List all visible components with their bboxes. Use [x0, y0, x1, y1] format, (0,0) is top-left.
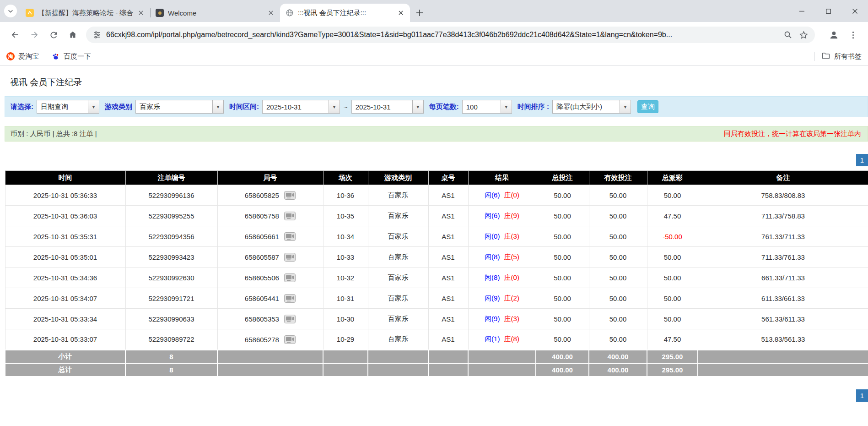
zoom-icon[interactable]: [783, 30, 793, 39]
result-cell: 闲(8) 庄(0): [468, 268, 536, 288]
back-button[interactable]: [5, 25, 25, 44]
baidu-paw-icon: [52, 52, 60, 60]
folder-icon: [821, 51, 830, 62]
total-bet-cell[interactable]: 50.00: [536, 309, 589, 329]
video-replay-icon[interactable]: [284, 315, 296, 323]
tab-welcome[interactable]: Welcome: [150, 4, 280, 22]
bookmark-baidu[interactable]: 百度一下: [52, 52, 91, 61]
table-no-cell: AS1: [428, 268, 468, 288]
site-settings-icon[interactable]: [92, 30, 102, 39]
forward-button[interactable]: [25, 25, 44, 44]
valid-bet-cell: 50.00: [589, 185, 647, 206]
video-replay-icon[interactable]: [284, 232, 296, 241]
dropdown-arrow-icon[interactable]: ▾: [88, 100, 99, 113]
bookmark-taobao[interactable]: 淘 爱淘宝: [6, 52, 39, 61]
date-from-input[interactable]: 2025-10-31 ▾: [262, 100, 340, 114]
header-total-bet: 总投注: [536, 171, 589, 185]
page-title: 视讯 会员下注纪录: [10, 76, 868, 88]
bookmark-label: 爱淘宝: [18, 52, 39, 61]
all-bookmarks-label: 所有书签: [834, 52, 862, 61]
header-bet-no: 注单编号: [125, 171, 217, 185]
tab-close-icon[interactable]: [396, 8, 405, 17]
header-time: 时间: [5, 171, 125, 185]
tab-close-icon[interactable]: [266, 8, 275, 17]
valid-bet-cell: 50.00: [589, 268, 647, 288]
dropdown-arrow-icon[interactable]: ▾: [329, 100, 340, 113]
window-maximize-button[interactable]: [815, 0, 841, 22]
table-no-cell: AS1: [428, 288, 468, 309]
total-bet-cell[interactable]: 50.00: [536, 185, 589, 206]
home-button[interactable]: [63, 25, 82, 44]
date-to-input[interactable]: 2025-10-31 ▾: [351, 100, 424, 114]
reload-button[interactable]: [44, 25, 63, 44]
browser-menu-button[interactable]: [843, 25, 863, 44]
total-bet-cell[interactable]: 50.00: [536, 288, 589, 309]
total-bet-cell[interactable]: 50.00: [536, 329, 589, 350]
page-number-button[interactable]: 1: [856, 389, 868, 402]
game-type-select[interactable]: 百家乐 ▾: [135, 100, 224, 114]
note-cell: 761.33/711.33: [698, 226, 868, 247]
globe-icon: [286, 9, 294, 17]
round-no-cell: 658605825: [217, 185, 323, 206]
total-bet-cell[interactable]: 50.00: [536, 206, 589, 226]
bookmark-label: 百度一下: [64, 52, 91, 61]
dropdown-arrow-icon[interactable]: ▾: [620, 100, 631, 113]
payout-cell: 47.50: [647, 329, 698, 350]
window-close-button[interactable]: [841, 0, 868, 22]
bet-no-cell: 522930994356: [125, 226, 217, 247]
table-row: 2025-10-31 05:36:33 522930996136 6586058…: [5, 185, 868, 206]
bookmark-star-icon[interactable]: [799, 30, 809, 40]
session-cell: 10-32: [323, 268, 368, 288]
time-cell: 2025-10-31 05:36:03: [5, 206, 125, 226]
time-cell: 2025-10-31 05:33:34: [5, 309, 125, 329]
search-button[interactable]: 查询: [637, 100, 658, 113]
profile-button[interactable]: [824, 25, 843, 44]
url-bar[interactable]: 66cxkj98.com/ipl/portal.php/game/betreco…: [86, 27, 815, 43]
summary-bar: 币别 : 人民币 | 总共 :8 注单 | 同局有效投注，统一计算在该局第一张注…: [5, 126, 868, 142]
tab-forum[interactable]: 【新提醒】海燕策略论坛 - 综合: [20, 4, 150, 22]
window-minimize-button[interactable]: [788, 0, 815, 22]
page-size-select[interactable]: 100 ▾: [462, 100, 512, 114]
pagination-bottom: 1: [0, 389, 868, 402]
query-type-select[interactable]: 日期查询 ▾: [37, 100, 99, 114]
video-replay-icon[interactable]: [284, 191, 296, 200]
time-cell: 2025-10-31 05:33:07: [5, 329, 125, 350]
subtotal-total-bet: 400.00: [536, 350, 589, 363]
page-number-button[interactable]: 1: [856, 154, 868, 166]
note-cell: 661.33/711.33: [698, 268, 868, 288]
result-cell: 闲(6) 庄(9): [468, 206, 536, 226]
game-type-cell: 百家乐: [368, 268, 428, 288]
all-bookmarks-button[interactable]: 所有书签: [814, 51, 862, 62]
total-bet-cell[interactable]: 50.00: [536, 268, 589, 288]
query-type-value: 日期查询: [37, 100, 88, 113]
url-text[interactable]: 66cxkj98.com/ipl/portal.php/game/betreco…: [106, 31, 772, 39]
video-replay-icon[interactable]: [284, 253, 296, 262]
new-tab-button[interactable]: [413, 6, 426, 20]
video-replay-icon[interactable]: [284, 212, 296, 220]
tab-close-icon[interactable]: [136, 8, 146, 17]
game-type-cell: 百家乐: [368, 185, 428, 206]
tab-bet-record[interactable]: :::视讯 会员下注纪录:::: [280, 4, 410, 22]
bookmarks-separator: [814, 52, 815, 61]
game-type-cell: 百家乐: [368, 247, 428, 268]
note-cell: 611.33/661.33: [698, 288, 868, 309]
session-cell: 10-33: [323, 247, 368, 268]
result-banker: 庄(0): [504, 191, 519, 199]
round-no-text: 658605278: [245, 336, 279, 344]
header-result: 结果: [468, 171, 536, 185]
video-replay-icon[interactable]: [284, 335, 296, 344]
tab-list-button[interactable]: [4, 5, 17, 17]
total-bet-cell[interactable]: 50.00: [536, 247, 589, 268]
bet-no-cell: 522930992630: [125, 268, 217, 288]
date-range-label: 时间区间:: [229, 103, 259, 111]
game-type-cell: 百家乐: [368, 226, 428, 247]
dropdown-arrow-icon[interactable]: ▾: [501, 100, 512, 113]
video-replay-icon[interactable]: [284, 273, 296, 282]
sort-order-select[interactable]: 降幂(由大到小) ▾: [552, 100, 631, 114]
round-no-cell: 658605661: [217, 226, 323, 247]
total-bet-cell[interactable]: 50.00: [536, 226, 589, 247]
dropdown-arrow-icon[interactable]: ▾: [412, 100, 423, 113]
round-no-cell: 658605353: [217, 309, 323, 329]
dropdown-arrow-icon[interactable]: ▾: [212, 100, 223, 113]
video-replay-icon[interactable]: [284, 294, 296, 303]
